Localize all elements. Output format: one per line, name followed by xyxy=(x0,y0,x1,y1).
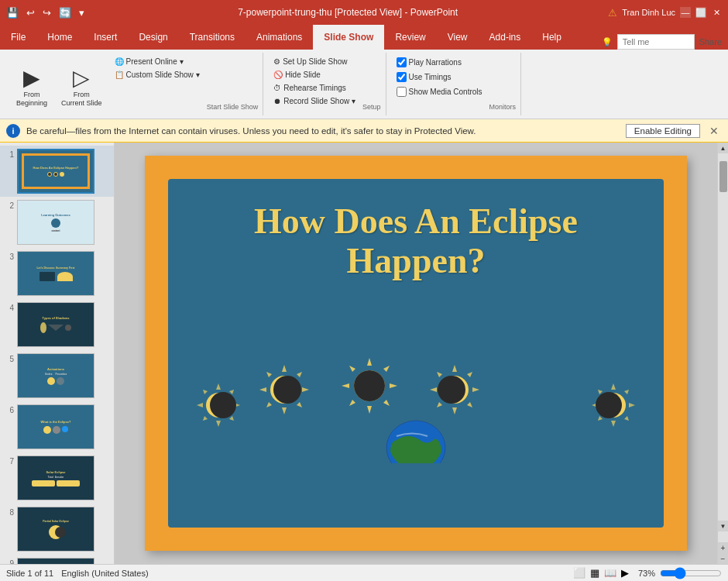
normal-view-button[interactable]: ⬜ xyxy=(573,567,585,579)
svg-marker-15 xyxy=(297,372,302,377)
slide-thumb-3[interactable]: 3 Let's Discuss: Summary First xyxy=(0,248,114,299)
slide-thumb-8[interactable]: 8 Partial Solar Eclipse xyxy=(0,504,114,555)
svg-marker-13 xyxy=(302,387,309,392)
save-icon[interactable]: 💾 xyxy=(6,7,19,19)
tab-animations[interactable]: Animations xyxy=(246,25,313,50)
record-icon: ⏺ xyxy=(273,97,281,105)
undo-button[interactable]: ↩ xyxy=(23,5,38,20)
slide-thumb-4[interactable]: 4 Types of Shadows xyxy=(0,299,114,350)
tab-insert[interactable]: Insert xyxy=(83,25,128,50)
slide-num-8: 8 xyxy=(3,507,14,517)
slide-thumb-2[interactable]: 2 Learning Outcomes content xyxy=(0,197,114,248)
slide-thumb-9[interactable]: 9 Total Solar Eclipse xyxy=(0,555,114,564)
slide-thumb-5[interactable]: 5 Animations UmbraPenumbra xyxy=(0,350,114,401)
window-title: 7-powerpoint-trung-thu [Protected View] … xyxy=(88,7,608,18)
svg-marker-11 xyxy=(282,407,287,414)
zoom-slider[interactable] xyxy=(660,568,722,579)
enable-editing-button[interactable]: Enable Editing xyxy=(626,124,700,138)
tab-design[interactable]: Design xyxy=(128,25,178,50)
hide-icon: 🚫 xyxy=(273,70,283,79)
slideshow-view-button[interactable]: ▶ xyxy=(621,567,629,579)
slide-num-5: 5 xyxy=(3,353,14,363)
show-media-check[interactable]: Show Media Controls xyxy=(393,85,486,98)
svg-marker-35 xyxy=(467,372,472,377)
svg-marker-44 xyxy=(598,390,603,394)
scroll-thumb[interactable] xyxy=(719,161,727,192)
svg-marker-47 xyxy=(624,416,629,421)
zoom-out-button[interactable]: − xyxy=(718,553,729,564)
slide-num-9: 9 xyxy=(3,558,14,564)
svg-point-49 xyxy=(596,392,622,418)
user-name: Tran Dinh Luc xyxy=(622,8,675,17)
tell-me-input[interactable] xyxy=(617,34,695,50)
repeat-button[interactable]: 🔄 xyxy=(56,5,74,20)
slide-sorter-button[interactable]: ▦ xyxy=(590,567,599,579)
minimize-button[interactable]: — xyxy=(680,7,691,18)
tab-slideshow[interactable]: Slide Show xyxy=(313,25,384,50)
title-bar-right: ⚠ Tran Dinh Luc — ⬜ ✕ xyxy=(608,7,722,19)
language-indicator: English (United States) xyxy=(61,569,149,578)
play-narrations-check[interactable]: Play Narrations xyxy=(393,56,486,69)
zoom-level: 73% xyxy=(638,569,655,578)
custom-slideshow-button[interactable]: 📋 Custom Slide Show ▾ xyxy=(111,69,204,81)
share-button[interactable]: Share xyxy=(699,37,722,46)
tab-review[interactable]: Review xyxy=(384,25,436,50)
record-button[interactable]: ⏺ Record Slide Show ▾ xyxy=(270,95,359,107)
right-scrollbar[interactable]: ▲ ▼ + − xyxy=(717,143,728,564)
svg-marker-46 xyxy=(598,416,603,421)
hide-slide-button[interactable]: 🚫 Hide Slide xyxy=(270,69,359,81)
tab-addins[interactable]: Add-ins xyxy=(479,25,532,50)
use-timings-check[interactable]: Use Timings xyxy=(393,70,486,84)
eclipse-diagram xyxy=(168,296,664,466)
slide-thumbnail-4: Types of Shadows xyxy=(17,302,94,347)
svg-marker-14 xyxy=(266,372,272,377)
tab-file[interactable]: File xyxy=(0,25,36,50)
setup-group: ⚙ Set Up Slide Show 🚫 Hide Slide ⏱ Rehea… xyxy=(265,53,386,115)
zoom-in-button[interactable]: + xyxy=(718,542,729,553)
scroll-down-button[interactable]: ▼ xyxy=(718,521,729,531)
show-media-checkbox[interactable] xyxy=(397,87,407,97)
slide-panel: 1 How Does An Eclipse Happen? xyxy=(0,143,115,564)
svg-marker-17 xyxy=(297,402,302,407)
record-label: Record Slide Show ▾ xyxy=(283,97,355,105)
slide-thumb-1[interactable]: 1 How Does An Eclipse Happen? xyxy=(0,146,114,197)
play-narrations-checkbox[interactable] xyxy=(397,57,407,67)
svg-marker-26 xyxy=(349,400,355,406)
monitors-group: Play Narrations Use Timings Show Media C… xyxy=(388,53,522,115)
svg-marker-12 xyxy=(259,387,266,392)
svg-marker-34 xyxy=(437,372,442,377)
svg-marker-37 xyxy=(467,402,472,407)
close-bar-button[interactable]: ✕ xyxy=(706,125,722,137)
svg-marker-16 xyxy=(266,402,272,407)
restore-button[interactable]: ⬜ xyxy=(695,7,706,18)
rehearse-button[interactable]: ⏱ Rehearse Timings xyxy=(270,82,359,94)
slide-num-7: 7 xyxy=(3,456,14,466)
slide-thumb-6[interactable]: 6 What is the Eclipse? xyxy=(0,401,114,452)
redo-button[interactable]: ↪ xyxy=(39,5,54,20)
tab-view[interactable]: View xyxy=(437,25,479,50)
customize-button[interactable]: ▾ xyxy=(76,5,88,20)
from-beginning-button[interactable]: ▶ FromBeginning xyxy=(11,56,53,112)
warning-icon: ⚠ xyxy=(608,7,617,19)
slide-thumb-7[interactable]: 7 Solar Eclipse Total Annular xyxy=(0,452,114,504)
svg-marker-10 xyxy=(282,365,287,372)
reading-view-button[interactable]: 📖 xyxy=(604,567,616,579)
slide-thumbnail-1: How Does An Eclipse Happen? xyxy=(17,149,94,194)
tab-transitions[interactable]: Transitions xyxy=(179,25,246,50)
slide-thumbnail-8: Partial Solar Eclipse xyxy=(17,507,94,552)
tab-help[interactable]: Help xyxy=(531,25,572,50)
from-current-button[interactable]: ▷ FromCurrent Slide xyxy=(56,56,108,112)
svg-marker-40 xyxy=(611,383,616,390)
use-timings-checkbox[interactable] xyxy=(397,72,407,82)
from-current-icon: ▷ xyxy=(73,67,90,89)
present-online-button[interactable]: 🌐 Present Online ▾ xyxy=(111,56,204,67)
slide-num-2: 2 xyxy=(3,200,14,210)
start-slideshow-group: ▶ FromBeginning ▷ FromCurrent Slide 🌐 Pr… xyxy=(6,53,263,115)
close-button[interactable]: ✕ xyxy=(711,7,722,18)
tab-home[interactable]: Home xyxy=(36,25,83,50)
svg-marker-32 xyxy=(430,387,437,392)
undo-redo-group: ↩ ↪ 🔄 ▾ xyxy=(23,5,88,20)
setup-slideshow-button[interactable]: ⚙ Set Up Slide Show xyxy=(270,56,359,67)
scroll-up-button[interactable]: ▲ xyxy=(718,143,729,153)
canvas-area: How Does An Eclipse Happen? xyxy=(115,143,717,564)
